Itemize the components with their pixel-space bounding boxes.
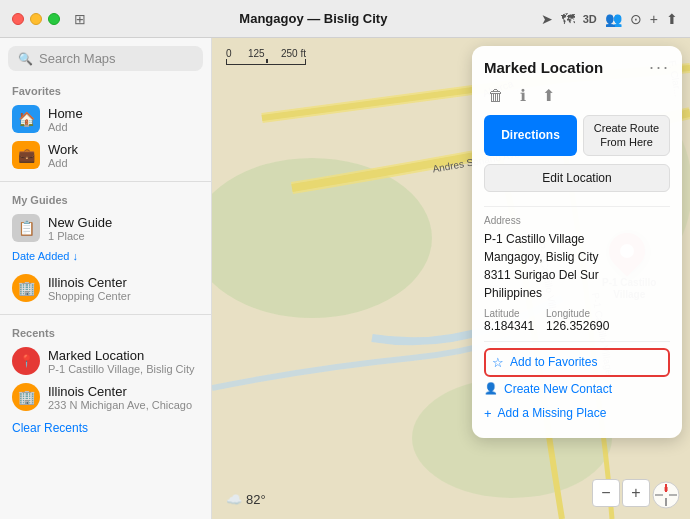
zoom-controls: − + — [592, 479, 650, 507]
address-line-2: Mangagoy, Bislig City — [484, 248, 670, 266]
sidebar-item-new-guide[interactable]: 📋 New Guide 1 Place — [12, 210, 199, 246]
maximize-button[interactable] — [48, 13, 60, 25]
add-missing-place-button[interactable]: + Add a Missing Place — [484, 401, 670, 426]
search-icon: 🔍 — [18, 52, 33, 66]
sidebar: 🔍 Search Maps Favorites 🏠 Home Add 💼 Wor… — [0, 38, 212, 519]
sidebar-item-work[interactable]: 💼 Work Add — [12, 137, 199, 173]
sidebar-item-home[interactable]: 🏠 Home Add — [12, 101, 199, 137]
longitude-label: Longitude — [546, 308, 609, 319]
compass[interactable]: N — [652, 481, 680, 509]
contact-icon: 👤 — [484, 382, 498, 395]
guide-icon: 📋 — [12, 214, 40, 242]
titlebar: ⊞ Mangagoy — Bislig City ➤ 🗺 3D 👥 ⊙ + ⬆ — [0, 0, 690, 38]
add-favorites-label: Add to Favorites — [510, 355, 597, 369]
search-bar[interactable]: 🔍 Search Maps — [8, 46, 203, 71]
share-action-icon[interactable]: ⬆ — [538, 84, 559, 107]
info-panel: Marked Location ··· 🗑 ℹ ⬆ Directions Cre… — [472, 46, 682, 438]
illinois-guide-sub: Shopping Center — [48, 290, 131, 302]
address-label: Address — [484, 213, 670, 228]
scale-ruler — [226, 59, 306, 65]
create-route-button[interactable]: Create Route From Here — [583, 115, 670, 156]
map-area[interactable]: Abarca Andres Soriano Ave P-3 Castillo V… — [212, 38, 690, 519]
work-icon: 💼 — [12, 141, 40, 169]
home-label: Home — [48, 106, 83, 121]
guide-sub: 1 Place — [48, 230, 112, 242]
longitude-value: 126.352690 — [546, 319, 609, 333]
threed-icon[interactable]: 3D — [583, 13, 597, 25]
marked-icon: 📍 — [12, 347, 40, 375]
titlebar-icons: ➤ 🗺 3D 👥 ⊙ + ⬆ — [541, 11, 678, 27]
work-sub: Add — [48, 157, 78, 169]
info-icon[interactable]: ℹ — [516, 84, 530, 107]
home-sub: Add — [48, 121, 83, 133]
recents-title: Recents — [12, 327, 199, 339]
scale-125: 125 — [248, 48, 265, 59]
svg-text:N: N — [664, 486, 668, 492]
marked-sub: P-1 Castillo Village, Bislig City — [48, 363, 195, 375]
divider-1 — [0, 181, 211, 182]
clear-recents-button[interactable]: Clear Recents — [0, 417, 211, 439]
illinois-guide-label: Illinois Center — [48, 275, 131, 290]
close-button[interactable] — [12, 13, 24, 25]
add-icon[interactable]: + — [650, 11, 658, 27]
temperature-value: 82° — [246, 492, 266, 507]
cloud-icon: ☁️ — [226, 492, 242, 507]
zoom-in-button[interactable]: + — [622, 479, 650, 507]
create-route-line2: From Here — [600, 136, 653, 148]
panel-header: Marked Location ··· — [484, 58, 670, 76]
guides-title: My Guides — [12, 194, 199, 206]
panel-more-button[interactable]: ··· — [649, 58, 670, 76]
favorites-title: Favorites — [12, 85, 199, 97]
add-to-favorites-button[interactable]: ☆ Add to Favorites — [484, 348, 670, 377]
illinois-guide-icon: 🏢 — [12, 274, 40, 302]
create-contact-button[interactable]: 👤 Create New Contact — [484, 377, 670, 401]
panel-actions: 🗑 ℹ ⬆ — [484, 84, 670, 107]
plus-icon: + — [484, 406, 492, 421]
location-icon[interactable]: ➤ — [541, 11, 553, 27]
guide-label: New Guide — [48, 215, 112, 230]
window-title: Mangagoy — Bislig City — [96, 11, 531, 26]
work-label: Work — [48, 142, 78, 157]
panel-address: Address P-1 Castillo Village Mangagoy, B… — [484, 213, 670, 302]
people-icon[interactable]: 👥 — [605, 11, 622, 27]
search-placeholder: Search Maps — [39, 51, 116, 66]
divider-2 — [0, 314, 211, 315]
illinois-recent-label: Illinois Center — [48, 384, 192, 399]
zoom-out-button[interactable]: − — [592, 479, 620, 507]
latitude-value: 8.184341 — [484, 319, 534, 333]
longitude-item: Longitude 126.352690 — [546, 308, 609, 333]
panel-divider-2 — [484, 341, 670, 342]
panel-buttons: Directions Create Route From Here — [484, 115, 670, 156]
scale-labels: 0 125 250 ft — [226, 48, 306, 59]
marked-label: Marked Location — [48, 348, 195, 363]
trash-icon[interactable]: 🗑 — [484, 85, 508, 107]
illinois-recent-icon: 🏢 — [12, 383, 40, 411]
date-added-toggle[interactable]: Date Added ↓ — [0, 248, 211, 264]
star-icon: ☆ — [492, 355, 504, 370]
favorites-section: Favorites 🏠 Home Add 💼 Work Add — [0, 79, 211, 175]
sidebar-item-illinois-guide[interactable]: 🏢 Illinois Center Shopping Center — [12, 270, 199, 306]
create-contact-label: Create New Contact — [504, 382, 612, 396]
sidebar-item-marked-location[interactable]: 📍 Marked Location P-1 Castillo Village, … — [12, 343, 199, 379]
address-line-4: Philippines — [484, 284, 670, 302]
minimize-button[interactable] — [30, 13, 42, 25]
directions-button[interactable]: Directions — [484, 115, 577, 156]
panel-divider-1 — [484, 206, 670, 207]
create-route-line1: Create Route — [594, 122, 659, 134]
coords-row: Latitude 8.184341 Longitude 126.352690 — [484, 308, 670, 333]
address-line-1: P-1 Castillo Village — [484, 230, 670, 248]
main-layout: 🔍 Search Maps Favorites 🏠 Home Add 💼 Wor… — [0, 38, 690, 519]
map-type-icon[interactable]: 🗺 — [561, 11, 575, 27]
traffic-lights — [12, 13, 60, 25]
share-icon[interactable]: ⬆ — [666, 11, 678, 27]
add-missing-label: Add a Missing Place — [498, 406, 607, 420]
sidebar-toggle-icon[interactable]: ⊞ — [74, 11, 86, 27]
home-icon: 🏠 — [12, 105, 40, 133]
latitude-label: Latitude — [484, 308, 534, 319]
guides-section: My Guides 📋 New Guide 1 Place — [0, 188, 211, 248]
illinois-recent-sub: 233 N Michigan Ave, Chicago — [48, 399, 192, 411]
scale-bar: 0 125 250 ft — [226, 48, 306, 65]
edit-location-button[interactable]: Edit Location — [484, 164, 670, 192]
sidebar-item-illinois-recent[interactable]: 🏢 Illinois Center 233 N Michigan Ave, Ch… — [12, 379, 199, 415]
account-icon[interactable]: ⊙ — [630, 11, 642, 27]
